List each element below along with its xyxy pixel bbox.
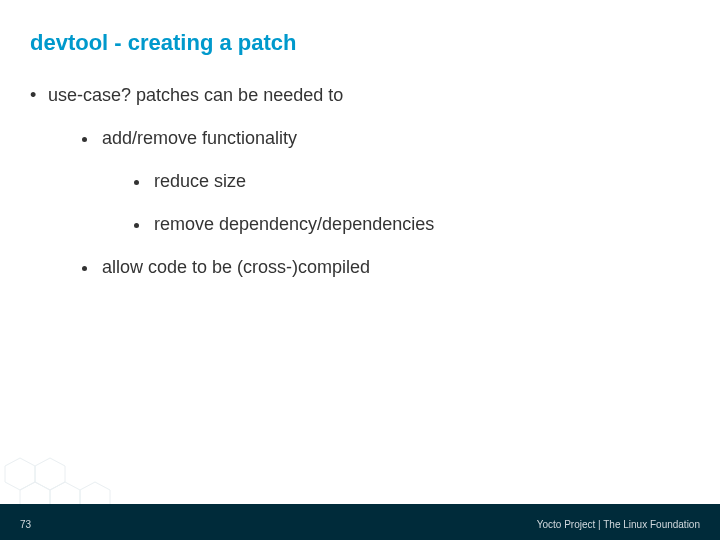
page-number: 73 xyxy=(20,519,31,530)
bullet-level3: reduce size xyxy=(134,171,690,192)
footer-text: Yocto Project | The Linux Foundation xyxy=(537,519,700,530)
svg-marker-6 xyxy=(5,458,35,490)
footer-bar: 73 Yocto Project | The Linux Foundation xyxy=(0,504,720,540)
bullet-level3: remove dependency/dependencies xyxy=(134,214,690,235)
svg-marker-7 xyxy=(35,458,65,490)
bullet-level2: allow code to be (cross-)compiled xyxy=(82,257,690,278)
bullet-level2: add/remove functionality xyxy=(82,128,690,149)
slide: devtool - creating a patch use-case? pat… xyxy=(0,0,720,540)
slide-content: use-case? patches can be needed to add/r… xyxy=(30,85,690,300)
bullet-level1: use-case? patches can be needed to xyxy=(30,85,690,106)
slide-title: devtool - creating a patch xyxy=(30,30,297,56)
